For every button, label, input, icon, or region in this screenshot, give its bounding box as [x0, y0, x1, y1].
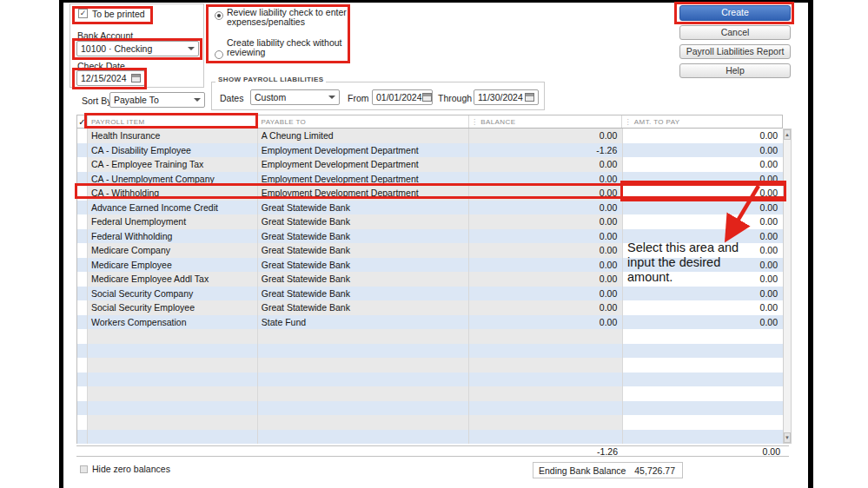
table-row[interactable]: [77, 358, 783, 373]
cell-amt-to-pay[interactable]: 0.00: [623, 157, 783, 172]
cell-amt-to-pay[interactable]: 0.00: [623, 172, 783, 187]
check-date-field[interactable]: 12/15/2024: [76, 70, 145, 86]
cell-payable-to[interactable]: Great Statewide Bank: [258, 272, 470, 287]
cell-check[interactable]: [77, 272, 88, 287]
cell-check[interactable]: [77, 386, 88, 401]
calendar-icon[interactable]: [525, 93, 534, 102]
through-date-field[interactable]: 11/30/2024: [474, 89, 539, 105]
cell-payroll-item[interactable]: [88, 373, 258, 387]
cell-payroll-item[interactable]: CA - Unemployment Company: [88, 172, 258, 187]
table-row[interactable]: Social Security CompanyGreat Statewide B…: [77, 287, 783, 301]
cell-payroll-item[interactable]: Federal Unemployment: [88, 214, 258, 229]
cell-payroll-item[interactable]: CA - Withholding: [88, 186, 258, 201]
cell-payroll-item[interactable]: [88, 344, 258, 359]
cell-check[interactable]: [77, 201, 88, 215]
cell-balance[interactable]: 0.00: [469, 214, 623, 229]
cell-payroll-item[interactable]: [88, 386, 258, 401]
header-payable-to[interactable]: PAYABLE TO: [257, 115, 468, 128]
cell-amt-to-pay[interactable]: [623, 386, 783, 401]
cell-payable-to[interactable]: [258, 430, 470, 445]
table-row[interactable]: [77, 373, 783, 387]
cell-payroll-item[interactable]: Workers Compensation: [88, 315, 258, 330]
cell-payable-to[interactable]: [258, 329, 470, 344]
cell-payroll-item[interactable]: Social Security Company: [88, 287, 258, 301]
payroll-liabilities-report-button[interactable]: Payroll Liabilities Report: [679, 44, 791, 59]
table-row[interactable]: [77, 401, 783, 416]
cell-amt-to-pay[interactable]: [623, 415, 783, 430]
cell-check[interactable]: [77, 129, 88, 143]
cell-payable-to[interactable]: Great Statewide Bank: [258, 258, 470, 273]
table-row[interactable]: [77, 386, 783, 401]
cell-payable-to[interactable]: [258, 415, 470, 430]
cell-balance[interactable]: 0.00: [469, 272, 623, 287]
cell-balance[interactable]: [469, 373, 623, 387]
cell-payable-to[interactable]: Great Statewide Bank: [258, 229, 470, 244]
cell-payable-to[interactable]: Employment Development Department: [258, 172, 470, 187]
cell-balance[interactable]: 0.00: [469, 172, 623, 187]
cell-amt-to-pay[interactable]: 0.00: [623, 315, 783, 330]
cell-balance[interactable]: 0.00: [469, 300, 623, 315]
cell-balance[interactable]: [469, 430, 623, 445]
cell-payable-to[interactable]: Employment Development Department: [258, 157, 470, 172]
cell-balance[interactable]: 0.00: [469, 258, 623, 273]
cell-check[interactable]: [77, 373, 88, 387]
cell-amt-to-pay[interactable]: 0.00: [623, 300, 783, 315]
cell-balance[interactable]: 0.00: [469, 186, 623, 201]
header-balance[interactable]: ⋮ BALANCE: [469, 115, 623, 128]
to-be-printed-checkbox[interactable]: ✓: [78, 9, 88, 18]
column-resize-handle[interactable]: ⋮: [624, 118, 631, 126]
cell-check[interactable]: [77, 430, 88, 445]
cell-payable-to[interactable]: Great Statewide Bank: [258, 214, 470, 229]
cell-payable-to[interactable]: [258, 358, 470, 373]
table-row[interactable]: [77, 344, 783, 359]
cell-payable-to[interactable]: Employment Development Department: [258, 143, 470, 158]
cell-amt-to-pay[interactable]: 0.00: [623, 143, 783, 158]
cell-balance[interactable]: 0.00: [469, 287, 623, 301]
cell-payroll-item[interactable]: CA - Employee Training Tax: [88, 157, 258, 172]
table-row[interactable]: CA - Disability EmployeeEmployment Devel…: [77, 143, 783, 158]
cell-payroll-item[interactable]: Federal Withholding: [88, 229, 258, 244]
cell-balance[interactable]: 0.00: [469, 201, 623, 215]
cell-payable-to[interactable]: Great Statewide Bank: [258, 300, 470, 315]
cell-balance[interactable]: 0.00: [469, 315, 623, 330]
cell-amt-to-pay[interactable]: [623, 430, 783, 445]
cell-payable-to[interactable]: [258, 386, 470, 401]
cell-payroll-item[interactable]: [88, 430, 258, 445]
cell-amt-to-pay[interactable]: [623, 373, 783, 387]
cell-payroll-item[interactable]: Medicare Employee Addl Tax: [88, 272, 258, 287]
cell-amt-to-pay[interactable]: 0.00: [623, 287, 783, 301]
cell-check[interactable]: [77, 401, 88, 416]
table-row[interactable]: CA - Employee Training TaxEmployment Dev…: [77, 157, 783, 172]
help-button[interactable]: Help: [679, 63, 791, 78]
table-row[interactable]: [77, 329, 783, 344]
cell-balance[interactable]: [469, 358, 623, 373]
table-row[interactable]: Workers CompensationState Fund0.000.00: [77, 315, 783, 330]
cell-payable-to[interactable]: Great Statewide Bank: [258, 201, 470, 215]
cell-payroll-item[interactable]: [88, 401, 258, 416]
cell-balance[interactable]: [469, 401, 623, 416]
create-without-review-radio[interactable]: [215, 50, 223, 59]
table-row[interactable]: Social Security EmployeeGreat Statewide …: [77, 300, 783, 315]
cell-amt-to-pay[interactable]: [623, 344, 783, 359]
cell-check[interactable]: [77, 300, 88, 315]
from-date-field[interactable]: 01/01/2024: [372, 89, 433, 105]
cell-amt-to-pay[interactable]: [623, 401, 783, 416]
cell-payable-to[interactable]: [258, 373, 470, 387]
cell-balance[interactable]: 0.00: [469, 229, 623, 244]
cell-payroll-item[interactable]: [88, 415, 258, 430]
cell-check[interactable]: [77, 157, 88, 172]
cell-balance[interactable]: [469, 415, 623, 430]
table-row[interactable]: CA - WithholdingEmployment Development D…: [77, 186, 783, 201]
cell-check[interactable]: [77, 229, 88, 244]
table-row[interactable]: Health InsuranceA Cheung Limited0.000.00: [77, 129, 783, 143]
cell-check[interactable]: [77, 344, 88, 359]
cell-balance[interactable]: [469, 344, 623, 359]
table-row[interactable]: Federal UnemploymentGreat Statewide Bank…: [77, 214, 783, 229]
column-resize-handle[interactable]: ⋮: [471, 118, 478, 126]
table-row[interactable]: [77, 430, 783, 445]
table-row[interactable]: Advance Earned Income CreditGreat Statew…: [77, 201, 783, 215]
cell-balance[interactable]: [469, 386, 623, 401]
scroll-up-icon[interactable]: ▲: [784, 129, 791, 140]
cell-balance[interactable]: 0.00: [469, 243, 623, 258]
cell-payable-to[interactable]: [258, 401, 470, 416]
